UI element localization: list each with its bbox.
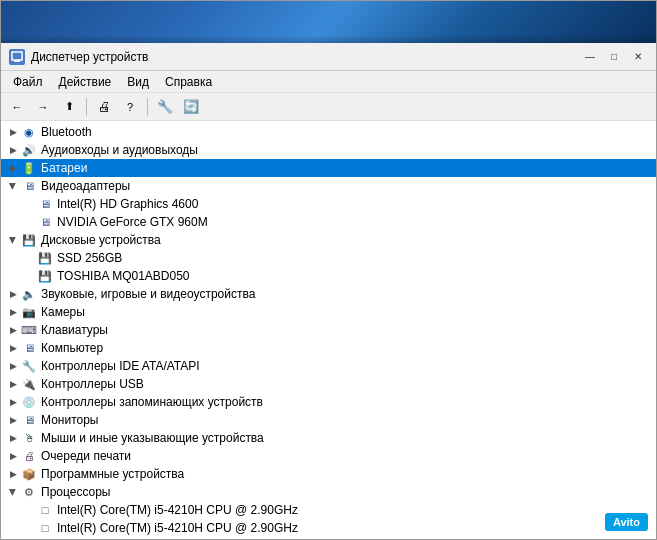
tree-item-toshiba[interactable]: ▶ 💾 TOSHIBA MQ01ABD050 (1, 267, 656, 285)
bluetooth-label: Bluetooth (41, 125, 92, 139)
svg-rect-1 (14, 60, 20, 62)
batteries-label: Батареи (41, 161, 87, 175)
expand-mice[interactable]: ▶ (5, 430, 21, 446)
software-label: Программные устройства (41, 467, 184, 481)
tree-item-cpu3[interactable]: ▶ □ Intel(R) Core(TM) i5-4210H CPU @ 2.9… (1, 537, 656, 539)
forward-button[interactable]: → (31, 96, 55, 118)
expand-processors[interactable]: ▶ (5, 484, 21, 500)
tree-item-disks[interactable]: ▶ 💾 Дисковые устройства (1, 231, 656, 249)
tree-item-keyboards[interactable]: ▶ ⌨ Клавиатуры (1, 321, 656, 339)
tree-item-computer[interactable]: ▶ 🖥 Компьютер (1, 339, 656, 357)
tree-item-cpu1[interactable]: ▶ □ Intel(R) Core(TM) i5-4210H CPU @ 2.9… (1, 501, 656, 519)
tree-item-intel-hd[interactable]: ▶ 🖥 Intel(R) HD Graphics 4600 (1, 195, 656, 213)
sound-label: Звуковые, игровые и видеоустройства (41, 287, 255, 301)
expand-computer[interactable]: ▶ (5, 340, 21, 356)
tree-item-usb[interactable]: ▶ 🔌 Контроллеры USB (1, 375, 656, 393)
expand-storage[interactable]: ▶ (5, 394, 21, 410)
ssd-label: SSD 256GB (57, 251, 122, 265)
maximize-button[interactable]: □ (604, 49, 624, 65)
tree-item-software[interactable]: ▶ 📦 Программные устройства (1, 465, 656, 483)
expand-audio[interactable]: ▶ (5, 142, 21, 158)
expand-display[interactable]: ▶ (5, 178, 21, 194)
print-queues-icon: 🖨 (21, 448, 37, 464)
expand-usb[interactable]: ▶ (5, 376, 21, 392)
batteries-icon: 🔋 (21, 160, 37, 176)
tree-item-nvidia[interactable]: ▶ 🖥 NVIDIA GeForce GTX 960M (1, 213, 656, 231)
audio-icon: 🔊 (21, 142, 37, 158)
expand-software[interactable]: ▶ (5, 466, 21, 482)
tree-item-ssd[interactable]: ▶ 💾 SSD 256GB (1, 249, 656, 267)
menu-view[interactable]: Вид (119, 73, 157, 91)
menu-file[interactable]: Файл (5, 73, 51, 91)
keyboards-label: Клавиатуры (41, 323, 108, 337)
app-icon (9, 49, 25, 65)
properties-button[interactable]: 🔧 (153, 96, 177, 118)
display-label: Видеоадаптеры (41, 179, 130, 193)
expand-bluetooth[interactable]: ▶ (5, 124, 21, 140)
intel-hd-label: Intel(R) HD Graphics 4600 (57, 197, 198, 211)
expand-keyboards[interactable]: ▶ (5, 322, 21, 338)
storage-label: Контроллеры запоминающих устройств (41, 395, 263, 409)
tree-item-mice[interactable]: ▶ 🖱 Мыши и иные указывающие устройства (1, 429, 656, 447)
tree-item-print-queues[interactable]: ▶ 🖨 Очереди печати (1, 447, 656, 465)
audio-label: Аудиовходы и аудиовыходы (41, 143, 198, 157)
avito-badge: Avito (605, 513, 648, 531)
close-button[interactable]: ✕ (628, 49, 648, 65)
toshiba-icon: 💾 (37, 268, 53, 284)
tree-item-monitors[interactable]: ▶ 🖥 Мониторы (1, 411, 656, 429)
toolbar-separator-1 (86, 98, 87, 116)
menu-action[interactable]: Действие (51, 73, 120, 91)
toolbar-separator-2 (147, 98, 148, 116)
up-button[interactable]: ⬆ (57, 96, 81, 118)
expand-cpu1: ▶ (21, 502, 37, 518)
usb-label: Контроллеры USB (41, 377, 144, 391)
menu-help[interactable]: Справка (157, 73, 220, 91)
expand-monitors[interactable]: ▶ (5, 412, 21, 428)
menu-bar: Файл Действие Вид Справка (1, 71, 656, 93)
expand-sound[interactable]: ▶ (5, 286, 21, 302)
cpu1-icon: □ (37, 502, 53, 518)
cpu3-icon: □ (37, 538, 53, 539)
monitors-icon: 🖥 (21, 412, 37, 428)
tree-item-ide[interactable]: ▶ 🔧 Контроллеры IDE ATA/ATAPI (1, 357, 656, 375)
expand-cpu3: ▶ (21, 538, 37, 539)
expand-intel-hd: ▶ (21, 196, 37, 212)
print-button[interactable]: 🖨 (92, 96, 116, 118)
cpu1-label: Intel(R) Core(TM) i5-4210H CPU @ 2.90GHz (57, 503, 298, 517)
print-queues-label: Очереди печати (41, 449, 131, 463)
expand-ide[interactable]: ▶ (5, 358, 21, 374)
cameras-icon: 📷 (21, 304, 37, 320)
tree-item-audio[interactable]: ▶ 🔊 Аудиовходы и аудиовыходы (1, 141, 656, 159)
nvidia-icon: 🖥 (37, 214, 53, 230)
expand-nvidia: ▶ (21, 214, 37, 230)
device-tree[interactable]: ▶ ◉ Bluetooth ▶ 🔊 Аудиовходы и аудиовыхо… (1, 121, 656, 539)
disk-icon: 💾 (21, 232, 37, 248)
cameras-label: Камеры (41, 305, 85, 319)
tree-item-cameras[interactable]: ▶ 📷 Камеры (1, 303, 656, 321)
tree-item-display[interactable]: ▶ 🖥 Видеоадаптеры (1, 177, 656, 195)
mice-icon: 🖱 (21, 430, 37, 446)
tree-item-storage[interactable]: ▶ 💿 Контроллеры запоминающих устройств (1, 393, 656, 411)
window-title: Диспетчер устройств (31, 50, 580, 64)
update-button[interactable]: 🔄 (179, 96, 203, 118)
photo-strip (1, 1, 656, 43)
tree-item-bluetooth[interactable]: ▶ ◉ Bluetooth (1, 123, 656, 141)
tree-item-sound[interactable]: ▶ 🔈 Звуковые, игровые и видеоустройства (1, 285, 656, 303)
ide-icon: 🔧 (21, 358, 37, 374)
tree-item-cpu2[interactable]: ▶ □ Intel(R) Core(TM) i5-4210H CPU @ 2.9… (1, 519, 656, 537)
ide-label: Контроллеры IDE ATA/ATAPI (41, 359, 200, 373)
back-button[interactable]: ← (5, 96, 29, 118)
bluetooth-icon: ◉ (21, 124, 37, 140)
ssd-icon: 💾 (37, 250, 53, 266)
processors-label: Процессоры (41, 485, 111, 499)
expand-ssd: ▶ (21, 250, 37, 266)
help-button[interactable]: ? (118, 96, 142, 118)
expand-batteries[interactable]: ▶ (5, 160, 21, 176)
expand-print-queues[interactable]: ▶ (5, 448, 21, 464)
expand-cameras[interactable]: ▶ (5, 304, 21, 320)
expand-disks[interactable]: ▶ (5, 232, 21, 248)
intel-hd-icon: 🖥 (37, 196, 53, 212)
tree-item-batteries[interactable]: ▶ 🔋 Батареи (1, 159, 656, 177)
minimize-button[interactable]: — (580, 49, 600, 65)
tree-item-processors[interactable]: ▶ ⚙ Процессоры (1, 483, 656, 501)
